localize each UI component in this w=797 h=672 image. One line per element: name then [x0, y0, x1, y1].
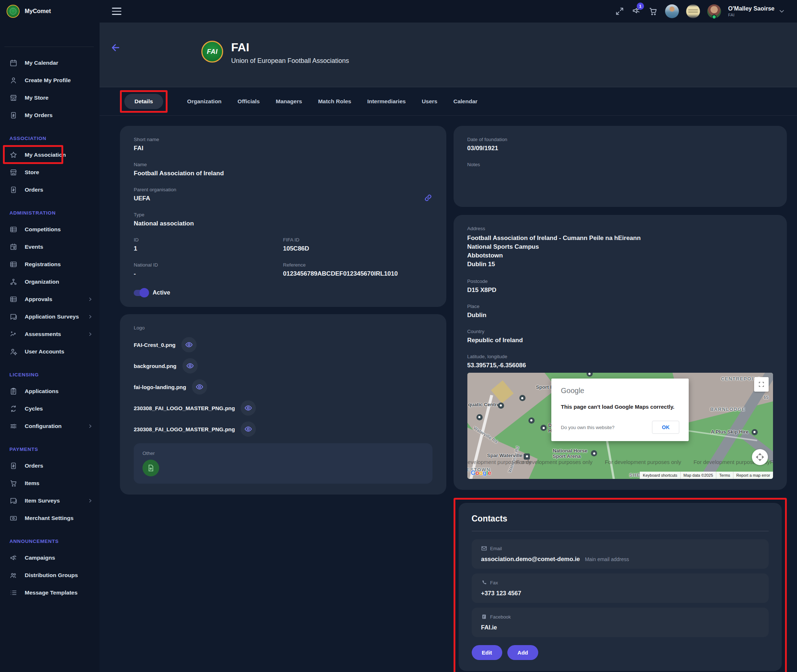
sidebar-item-registrations[interactable]: Registrations	[0, 256, 100, 273]
sidebar-item-cycles[interactable]: Cycles	[0, 400, 100, 418]
address-card: Address Football Association of Ireland …	[454, 215, 787, 490]
logo-file-row: 230308_FAI_LOGO_MASTER_PNG.png	[134, 400, 433, 416]
sidebar-item-organization[interactable]: Organization	[0, 273, 100, 291]
sidebar-item-my-orders[interactable]: My Orders	[0, 107, 100, 124]
tab-officials[interactable]: Officials	[238, 98, 260, 105]
contacts-add-button[interactable]: Add	[507, 645, 538, 660]
sidebar-item-approvals[interactable]: Approvals	[0, 291, 100, 308]
sidebar-item-label: Assessments	[25, 331, 61, 338]
avatar[interactable]	[707, 4, 721, 18]
avatar[interactable]	[665, 4, 679, 18]
tab-organization[interactable]: Organization	[187, 98, 222, 105]
brand-name: MyComet	[25, 8, 51, 14]
map-pin[interactable]	[529, 418, 535, 424]
back-button[interactable]	[110, 43, 123, 55]
tab-intermediaries[interactable]: Intermediaries	[367, 98, 406, 105]
view-file-button[interactable]	[181, 337, 196, 352]
tab-users[interactable]: Users	[422, 98, 437, 105]
fullscreen-corners-icon	[758, 381, 765, 388]
sidebar-item-events[interactable]: Events	[0, 238, 100, 256]
view-file-button[interactable]	[241, 400, 256, 416]
sidebar-item-user-accounts[interactable]: User Accounts	[0, 343, 100, 360]
link-icon[interactable]	[424, 194, 433, 202]
contact-note: Main email address	[585, 556, 629, 562]
sidebar-group-announcements: ANNOUNCEMENTS Campaigns Distribution Gro…	[0, 529, 100, 602]
fullscreen-icon[interactable]	[615, 6, 625, 16]
sidebar-item-label: Create My Profile	[25, 77, 71, 84]
map-watermark: For development purposes only	[605, 459, 681, 465]
sidebar-group-title: ANNOUNCEMENTS	[0, 529, 100, 549]
view-file-button[interactable]	[192, 379, 207, 395]
map-watermark: For development purposes only	[770, 459, 773, 465]
map-pin[interactable]	[476, 414, 482, 420]
map-pin[interactable]	[498, 403, 504, 409]
tab-calendar[interactable]: Calendar	[454, 98, 478, 105]
dialog-question: Do you own this website?	[561, 425, 614, 430]
other-section-label: Other	[142, 451, 424, 456]
map-attribution: Keyboard shortcuts Map data ©2025 Terms …	[640, 472, 773, 479]
sidebar-item-message-templates[interactable]: Message Templates	[0, 584, 100, 602]
map-pin[interactable]	[519, 395, 525, 401]
sidebar-item-campaigns[interactable]: Campaigns	[0, 549, 100, 566]
terms-link[interactable]: Terms	[716, 472, 733, 479]
sidebar-item-my-calendar[interactable]: My Calendar	[0, 54, 100, 72]
view-file-button[interactable]	[182, 358, 198, 373]
keyboard-shortcuts-link[interactable]: Keyboard shortcuts	[640, 472, 680, 479]
announcements-button[interactable]: 1	[632, 6, 641, 17]
sidebar-item-item-surveys[interactable]: Item Surveys	[0, 492, 100, 509]
active-toggle[interactable]	[134, 290, 148, 296]
sidebar-item-assessments[interactable]: Assessments	[0, 325, 100, 343]
cycle-icon	[10, 405, 18, 413]
other-files-section: Other	[134, 443, 433, 484]
add-file-button[interactable]	[142, 460, 159, 476]
receipt-icon	[10, 462, 18, 470]
map-pin[interactable]	[524, 453, 530, 460]
brand-row: MyComet	[0, 0, 100, 22]
tab-match-roles[interactable]: Match Roles	[318, 98, 351, 105]
google-map[interactable]: CENTREPOINT 65 BARNLODGE A Plus Skip Hir…	[467, 373, 773, 479]
map-pan-control[interactable]	[752, 449, 768, 465]
map-pin[interactable]	[591, 450, 597, 456]
sidebar-item-label: Item Surveys	[25, 498, 60, 504]
dialog-message: This page can't load Google Maps correct…	[561, 404, 679, 410]
sidebar-item-store[interactable]: Store	[0, 164, 100, 181]
sidebar-item-competitions[interactable]: Competitions	[0, 221, 100, 238]
calendar-event-icon	[10, 243, 18, 251]
map-pin[interactable]	[752, 429, 758, 435]
sidebar-item-merchant-settings[interactable]: Merchant Settings	[0, 509, 100, 527]
map-fullscreen-button[interactable]	[754, 377, 769, 392]
contacts-card: Contacts Email association.demo@comet-de…	[458, 503, 782, 671]
sidebar-item-my-association[interactable]: My Association	[0, 146, 100, 164]
sidebar-item-label: Message Templates	[25, 589, 77, 596]
people-icon	[10, 571, 18, 579]
sidebar-item-create-my-profile[interactable]: Create My Profile	[0, 72, 100, 89]
avatar[interactable]	[686, 4, 700, 18]
google-logo: Google	[471, 469, 491, 477]
sidebar-item-payment-orders[interactable]: Orders	[0, 457, 100, 475]
sidebar-item-label: Organization	[25, 278, 59, 285]
report-map-error-link[interactable]: Report a map error	[733, 472, 773, 479]
map-data-label: Map data ©2025	[680, 472, 716, 479]
cart-icon[interactable]	[648, 6, 658, 16]
sidebar-item-applications[interactable]: Applications	[0, 382, 100, 400]
chevron-down-icon	[778, 8, 785, 15]
sidebar-item-orders[interactable]: Orders	[0, 181, 100, 198]
map-pin[interactable]	[540, 425, 546, 431]
user-menu[interactable]: O'Malley Saoirse FAI	[728, 5, 785, 17]
user-name: O'Malley Saoirse	[728, 5, 775, 12]
logo-section-label: Logo	[134, 325, 433, 331]
sidebar-item-my-store[interactable]: My Store	[0, 89, 100, 107]
ok-button[interactable]: OK	[652, 421, 679, 434]
tab-details[interactable]: Details	[124, 94, 163, 109]
online-status-dot	[712, 14, 716, 19]
view-file-button[interactable]	[241, 421, 256, 437]
sidebar-item-distribution-groups[interactable]: Distribution Groups	[0, 566, 100, 584]
map-pin[interactable]	[586, 373, 593, 377]
tab-managers[interactable]: Managers	[276, 98, 302, 105]
sidebar-item-items[interactable]: Items	[0, 475, 100, 492]
hamburger-menu-icon[interactable]	[112, 8, 121, 15]
sidebar-item-application-surveys[interactable]: Application Surveys	[0, 308, 100, 325]
contacts-edit-button[interactable]: Edit	[472, 645, 502, 660]
sidebar-item-configuration[interactable]: Configuration	[0, 418, 100, 435]
field-name: Name Football Association of Ireland	[134, 162, 433, 177]
